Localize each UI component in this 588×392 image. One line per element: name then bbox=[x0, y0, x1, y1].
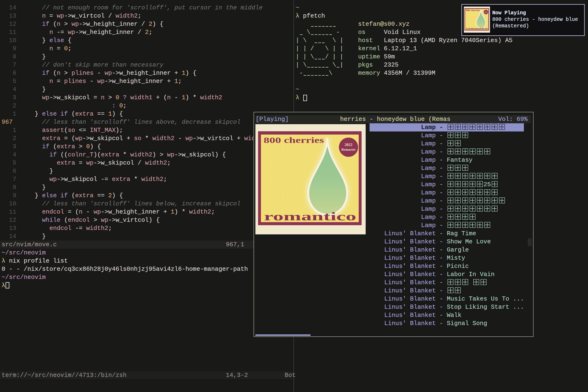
svg-text:2022: 2022 bbox=[485, 11, 487, 12]
svg-text:800 cherries: 800 cherries bbox=[466, 9, 480, 12]
svg-text:romantico: romantico bbox=[264, 210, 356, 223]
svg-text:Remaster: Remaster bbox=[484, 12, 488, 13]
svg-text:romantico: romantico bbox=[466, 27, 488, 30]
svg-text:800 cherries: 800 cherries bbox=[264, 135, 324, 145]
svg-text:2022: 2022 bbox=[345, 142, 352, 147]
svg-text:Remaster: Remaster bbox=[341, 148, 356, 152]
